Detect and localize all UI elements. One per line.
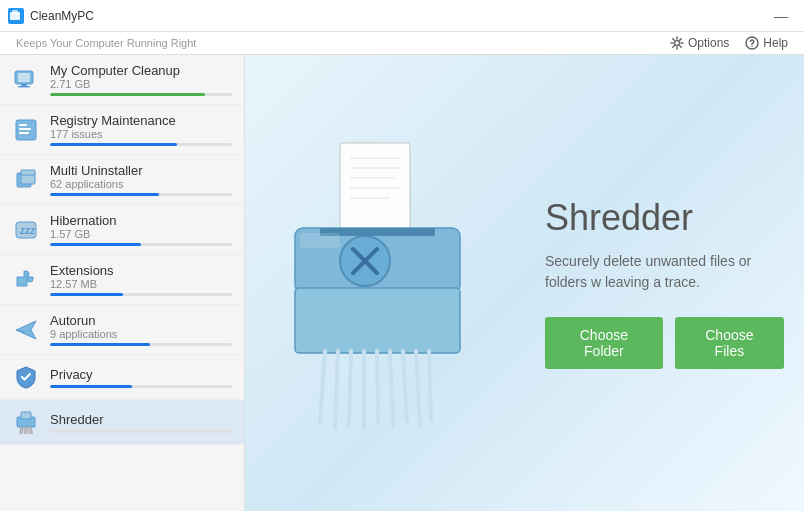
sidebar-item-hibernation[interactable]: zzz Hibernation 1.57 GB [0, 205, 244, 255]
sidebar-item-autorun[interactable]: Autorun 9 applications [0, 305, 244, 355]
registry-icon [12, 116, 40, 144]
monitor-icon [12, 66, 40, 94]
svg-rect-6 [18, 73, 30, 82]
registry-bar-fill [50, 143, 177, 146]
svg-rect-37 [295, 288, 460, 353]
shredder-info: Shredder Securely delete unwanted files … [545, 197, 784, 369]
hibernation-bar-fill [50, 243, 141, 246]
svg-line-20 [20, 427, 21, 434]
svg-rect-47 [300, 233, 340, 248]
sidebar-item-extensions-content: Extensions 12.57 MB [50, 263, 232, 296]
sidebar-item-hibernation-bar [50, 243, 232, 246]
puzzle-icon [12, 266, 40, 294]
help-button[interactable]: Help [745, 36, 788, 50]
sidebar-item-autorun-sub: 9 applications [50, 328, 232, 340]
svg-line-44 [403, 351, 407, 421]
sidebar-item-autorun-label: Autorun [50, 313, 232, 328]
sidebar: My Computer Cleanup 2.71 GB Registry Mai… [0, 55, 245, 511]
sidebar-item-extensions-sub: 12.57 MB [50, 278, 232, 290]
choose-folder-button[interactable]: Choose Folder [545, 317, 663, 369]
extensions-bar-fill [50, 293, 123, 296]
choose-files-button[interactable]: Choose Files [675, 317, 784, 369]
autorun-bar-fill [50, 343, 150, 346]
sidebar-item-multi-uninstaller-sub: 62 applications [50, 178, 232, 190]
shredder-icon [12, 408, 40, 436]
uninstaller-bar-fill [50, 193, 159, 196]
svg-line-24 [29, 427, 30, 434]
sidebar-item-registry-maintenance-content: Registry Maintenance 177 issues [50, 113, 232, 146]
shield-icon [12, 363, 40, 391]
svg-rect-14 [21, 170, 35, 184]
svg-rect-11 [19, 128, 31, 130]
sidebar-item-multi-uninstaller[interactable]: Multi Uninstaller 62 applications [0, 155, 244, 205]
sidebar-item-registry-maintenance-sub: 177 issues [50, 128, 232, 140]
svg-rect-8 [18, 86, 30, 88]
help-icon [745, 36, 759, 50]
sidebar-item-multi-uninstaller-bar [50, 193, 232, 196]
options-button[interactable]: Options [670, 36, 729, 50]
svg-rect-7 [21, 84, 27, 86]
svg-line-43 [390, 351, 393, 427]
zzz-icon: zzz [12, 216, 40, 244]
svg-rect-10 [19, 124, 27, 126]
content-area: Shredder Securely delete unwanted files … [245, 55, 804, 511]
tagline: Keeps Your Computer Running Right [16, 37, 196, 49]
gear-icon [670, 36, 684, 50]
sidebar-item-privacy-label: Privacy [50, 367, 232, 382]
sidebar-item-privacy[interactable]: Privacy [0, 355, 244, 400]
sidebar-item-registry-maintenance-label: Registry Maintenance [50, 113, 232, 128]
sidebar-item-registry-maintenance-bar [50, 143, 232, 146]
plane-icon [12, 316, 40, 344]
sidebar-item-privacy-content: Privacy [50, 367, 232, 388]
sidebar-item-my-computer-cleanup[interactable]: My Computer Cleanup 2.71 GB [0, 55, 244, 105]
svg-line-21 [22, 427, 23, 434]
app-title: CleanMyPC [30, 9, 766, 23]
privacy-bar-fill [50, 385, 132, 388]
sidebar-item-shredder-bar [50, 430, 232, 433]
shredder-illustration [265, 133, 505, 433]
svg-line-46 [429, 351, 431, 420]
box-icon [12, 166, 40, 194]
sidebar-item-autorun-bar [50, 343, 232, 346]
sidebar-item-my-computer-cleanup-content: My Computer Cleanup 2.71 GB [50, 63, 232, 96]
sidebar-item-extensions-bar [50, 293, 232, 296]
svg-point-4 [752, 46, 753, 47]
sidebar-item-registry-maintenance[interactable]: Registry Maintenance 177 issues [0, 105, 244, 155]
svg-line-45 [416, 351, 420, 426]
svg-line-42 [377, 351, 378, 423]
sidebar-item-my-computer-cleanup-bar-fill [50, 93, 205, 96]
svg-rect-12 [19, 132, 29, 134]
svg-rect-19 [21, 412, 31, 419]
sidebar-item-privacy-bar [50, 385, 232, 388]
sidebar-item-my-computer-cleanup-bar [50, 93, 232, 96]
shredder-buttons: Choose Folder Choose Files [545, 317, 784, 369]
svg-text:zzz: zzz [19, 225, 35, 236]
sidebar-item-hibernation-content: Hibernation 1.57 GB [50, 213, 232, 246]
svg-line-40 [349, 351, 351, 425]
sidebar-item-hibernation-label: Hibernation [50, 213, 232, 228]
sidebar-item-extensions[interactable]: Extensions 12.57 MB [0, 255, 244, 305]
sidebar-item-shredder-label: Shredder [50, 412, 232, 427]
main-container: My Computer Cleanup 2.71 GB Registry Mai… [0, 55, 804, 511]
sidebar-item-multi-uninstaller-label: Multi Uninstaller [50, 163, 232, 178]
sidebar-item-autorun-content: Autorun 9 applications [50, 313, 232, 346]
shredder-title: Shredder [545, 197, 784, 239]
svg-rect-1 [12, 10, 18, 14]
sidebar-item-my-computer-cleanup-label: My Computer Cleanup [50, 63, 232, 78]
close-button[interactable]: — [766, 8, 796, 24]
sidebar-item-my-computer-cleanup-sub: 2.71 GB [50, 78, 232, 90]
sidebar-item-multi-uninstaller-content: Multi Uninstaller 62 applications [50, 163, 232, 196]
svg-line-25 [31, 427, 32, 434]
app-icon [8, 8, 24, 24]
svg-line-39 [335, 351, 338, 428]
title-bar: CleanMyPC — [0, 0, 804, 32]
sidebar-item-extensions-label: Extensions [50, 263, 232, 278]
shredder-svg [265, 133, 505, 473]
sidebar-item-shredder-content: Shredder [50, 412, 232, 433]
svg-point-2 [674, 41, 679, 46]
svg-line-38 [320, 351, 325, 423]
sidebar-item-shredder[interactable]: Shredder [0, 400, 244, 445]
shredder-description: Securely delete unwanted files or folder… [545, 251, 784, 293]
sidebar-item-hibernation-sub: 1.57 GB [50, 228, 232, 240]
